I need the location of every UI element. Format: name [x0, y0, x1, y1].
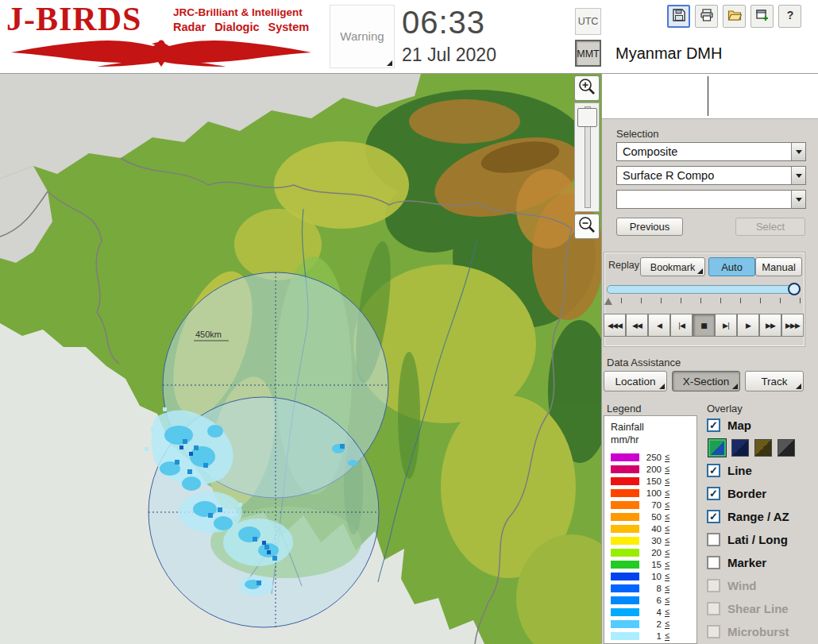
play-reverse-button[interactable]: |◀ [670, 314, 693, 337]
legend-lte-symbol: ≤ [665, 572, 669, 581]
map-style-swatch[interactable] [708, 439, 726, 457]
legend-value: 250 [639, 453, 662, 462]
track-button-label: Track [761, 376, 787, 388]
add-window-button[interactable] [750, 5, 774, 28]
legend-color-swatch [611, 549, 639, 557]
composite-combo[interactable]: Composite [616, 142, 806, 161]
overlay-item-border[interactable]: ✓Border [707, 482, 818, 505]
x-section-menu-corner [732, 384, 738, 389]
replay-manual-button[interactable]: Manual [755, 257, 802, 276]
replay-timeline-slider[interactable] [607, 285, 801, 294]
legend-value: 150 [639, 476, 662, 486]
chevron-down-icon[interactable] [791, 143, 805, 160]
warning-panel[interactable]: Warning [330, 5, 395, 68]
checkbox[interactable]: ✓ [707, 418, 720, 432]
fast-forward-button[interactable]: ▶▶▶ [781, 314, 804, 337]
step-back-button[interactable]: ◀ [648, 314, 670, 337]
track-button[interactable]: Track [745, 371, 804, 391]
svg-text:450km: 450km [195, 330, 222, 339]
checkbox[interactable] [707, 556, 720, 569]
zoom-in-button[interactable] [574, 75, 600, 101]
overlay-item-marker[interactable]: Marker [707, 551, 818, 574]
legend-color-swatch [611, 465, 639, 473]
app: { "header": { "logo_title": "J-BIRDS", "… [0, 0, 818, 644]
zoom-in-icon [577, 77, 596, 99]
rewind-button[interactable]: ◀◀ [626, 314, 648, 337]
forward-button[interactable]: ▶▶ [759, 314, 781, 337]
legend-row: 40≤ [611, 523, 696, 535]
play-step-button[interactable]: ▶| [715, 314, 737, 337]
app-logo-subtitle: JRC-Brilliant & Intelligent Radar Dialog… [173, 6, 309, 34]
legend-lte-symbol: ≤ [665, 465, 669, 474]
toolbar: ? [667, 5, 801, 28]
overlay-item-lati-long[interactable]: Lati / Long [707, 528, 818, 551]
overlay-item-map[interactable]: ✓Map [707, 414, 818, 437]
legend-lte-symbol: ≤ [665, 476, 669, 486]
legend-color-swatch [611, 501, 639, 509]
warning-menu-corner [387, 60, 392, 66]
legend-row: 30≤ [611, 535, 696, 547]
overlay-item-range-az[interactable]: ✓Range / AZ [707, 505, 818, 528]
zoom-out-icon [577, 215, 596, 237]
x-section-button[interactable]: X-Section [672, 371, 740, 391]
legend-scale: 250≤200≤150≤100≤70≤50≤40≤30≤20≤15≤10≤8≤6… [611, 452, 696, 642]
legend-lte-symbol: ≤ [665, 584, 669, 593]
bookmark-button[interactable]: Bookmark [640, 257, 705, 276]
play-button[interactable]: ▶ [737, 314, 759, 337]
stop-button[interactable]: ■ [693, 314, 715, 337]
legend-value: 200 [639, 465, 662, 474]
map-style-swatch[interactable] [777, 439, 795, 457]
overlay-item-label: Shear Line [727, 602, 789, 615]
selection-section-label: Selection [616, 128, 658, 140]
utc-toggle-button[interactable]: UTC [575, 8, 601, 35]
overlay-item-label: Marker [727, 556, 766, 569]
help-button[interactable]: ? [778, 5, 801, 28]
previous-button[interactable]: Previous [616, 218, 683, 236]
overlay-item-label: Line [727, 464, 752, 477]
legend-value: 8 [639, 584, 662, 593]
print-button[interactable] [695, 5, 718, 28]
map-style-swatch[interactable] [731, 439, 749, 457]
chevron-down-icon[interactable] [791, 191, 805, 208]
legend-section-label: Legend [607, 403, 641, 415]
overlay-item-line[interactable]: ✓Line [707, 459, 818, 482]
save-button[interactable] [667, 5, 690, 28]
zoom-slider[interactable] [574, 102, 600, 212]
zoom-out-button[interactable] [574, 214, 600, 239]
legend-lte-symbol: ≤ [665, 512, 669, 522]
checkbox[interactable] [707, 533, 720, 546]
replay-slider-thumb[interactable] [788, 283, 801, 295]
legend-value: 30 [639, 536, 662, 546]
playback-controls: ◀◀◀◀◀◀|◀■▶|▶▶▶▶▶▶ [604, 314, 804, 337]
select-button[interactable]: Select [735, 218, 805, 236]
radar-map[interactable]: 450km [0, 74, 601, 644]
legend-value: 50 [639, 512, 662, 522]
checkbox[interactable]: ✓ [707, 464, 720, 477]
extra-combo[interactable] [616, 190, 806, 209]
location-button[interactable]: Location [604, 371, 667, 391]
track-menu-corner [796, 384, 801, 389]
checkbox[interactable]: ✓ [707, 487, 720, 500]
zoom-slider-thumb[interactable] [577, 108, 597, 127]
legend-lte-symbol: ≤ [665, 560, 669, 569]
bookmark-button-label: Bookmark [650, 262, 695, 273]
map-style-swatch[interactable] [754, 439, 772, 457]
replay-auto-button[interactable]: Auto [708, 257, 755, 276]
control-panel: Selection Composite Surface R Compo Prev… [601, 74, 818, 644]
checkbox[interactable]: ✓ [707, 510, 720, 523]
overlay-item-label: Wind [727, 579, 757, 592]
folder-icon [727, 8, 742, 25]
legend-value: 4 [639, 607, 662, 617]
x-section-button-label: X-Section [683, 376, 730, 388]
open-folder-button[interactable] [723, 5, 746, 28]
product-combo[interactable]: Surface R Compo [616, 166, 806, 185]
legend-color-swatch [611, 608, 639, 616]
fast-rewind-button[interactable]: ◀◀◀ [604, 314, 626, 337]
product-combo-value: Surface R Compo [623, 169, 714, 182]
legend-value: 10 [639, 572, 662, 581]
chevron-down-icon[interactable] [791, 167, 805, 184]
station-list-divider [708, 76, 708, 116]
station-list-area[interactable] [602, 74, 818, 119]
mmt-toggle-button[interactable]: MMT [575, 40, 601, 67]
save-icon [672, 8, 686, 25]
